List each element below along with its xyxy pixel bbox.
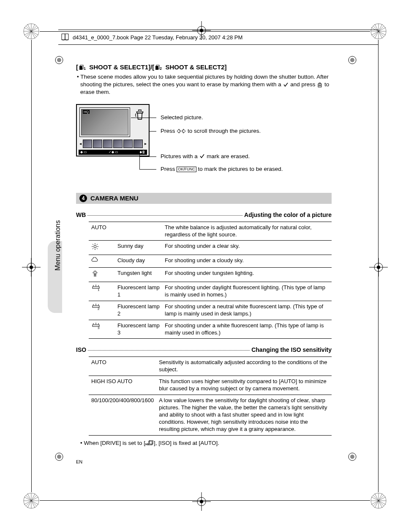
cloud-icon bbox=[91, 257, 100, 263]
table-row: 80/100/200/400/800/1600A low value lower… bbox=[89, 395, 332, 435]
header-text: d4341_e_0000_7.book Page 22 Tuesday, Feb… bbox=[73, 34, 242, 41]
side-tab-label: Menu operations bbox=[54, 220, 62, 271]
dot-icon bbox=[54, 55, 64, 65]
section-number-icon: 4 bbox=[79, 195, 87, 202]
svg-point-59 bbox=[350, 58, 354, 62]
table-row: AUTOThe white balance is adjusted automa… bbox=[89, 222, 332, 241]
lcd-screen: HQ ◂ ▸ ◆ ▭✓◆ ▭◆🗑 bbox=[76, 104, 150, 156]
svg-text:2: 2 bbox=[160, 66, 162, 71]
okfunc-icon: OK/FUNC bbox=[177, 167, 196, 172]
sun-icon bbox=[91, 243, 99, 250]
table-row: Sunny dayFor shooting under a clear sky. bbox=[89, 241, 332, 255]
dot-icon bbox=[347, 452, 357, 462]
svg-line-72 bbox=[93, 244, 93, 245]
dot-icon bbox=[347, 55, 357, 65]
svg-line-80 bbox=[93, 271, 94, 271]
svg-rect-64 bbox=[155, 66, 158, 70]
table-row: Tungsten lightFor shooting under tungste… bbox=[89, 268, 332, 282]
shoot-select-heading: [1 SHOOT & SELECT1]/[2 SHOOT & SELECT2] bbox=[76, 63, 332, 71]
camera-menu-heading: 4 CAMERA MENU bbox=[76, 193, 332, 204]
svg-text:1: 1 bbox=[84, 66, 86, 71]
svg-point-67 bbox=[94, 245, 96, 248]
wb-table: AUTOThe white balance is adjusted automa… bbox=[89, 222, 332, 339]
fluorescent2-icon: 2 bbox=[91, 303, 101, 310]
svg-text:Hi: Hi bbox=[145, 442, 149, 446]
register-mark-icon bbox=[370, 492, 387, 509]
callout-erased: Pictures with a mark are erased. bbox=[161, 153, 250, 159]
hi-burst-icon: Hi bbox=[145, 440, 154, 446]
wb-label: WB bbox=[76, 211, 86, 218]
svg-rect-82 bbox=[94, 274, 96, 275]
shoot-select-desc: • These scene modes allow you to take se… bbox=[80, 73, 332, 96]
table-row: 1Fluorescent lamp 1For shooting under da… bbox=[89, 282, 332, 301]
callout-mark: Press OK/FUNC to mark the pictures to be… bbox=[161, 166, 283, 172]
camera-menu-title: CAMERA MENU bbox=[90, 195, 139, 202]
tungsten-icon bbox=[91, 270, 99, 277]
table-row: AUTOSensitivity is automatically adjuste… bbox=[89, 357, 332, 376]
left-right-icon bbox=[177, 129, 186, 134]
iso-heading: ISO Changing the ISO sensitivity bbox=[76, 346, 332, 353]
iso-label: ISO bbox=[76, 346, 86, 353]
table-row: 3Fluorescent lamp 3For shooting under a … bbox=[89, 320, 332, 339]
table-row: HIGH ISO AUTOThis function uses higher s… bbox=[89, 376, 332, 395]
crosshair-icon bbox=[369, 258, 388, 277]
register-mark-icon bbox=[23, 492, 40, 509]
page-footer: EN bbox=[76, 459, 82, 464]
svg-point-53 bbox=[57, 455, 61, 459]
fluorescent3-icon: 3 bbox=[91, 322, 101, 329]
svg-rect-99 bbox=[149, 441, 152, 445]
checkmark-icon bbox=[283, 82, 289, 88]
svg-line-73 bbox=[97, 248, 98, 249]
crosshair-icon bbox=[192, 492, 211, 511]
shoot-select-diagram: HQ ◂ ▸ ◆ ▭✓◆ ▭◆🗑 Selected picture. Press… bbox=[76, 104, 332, 180]
svg-text:2: 2 bbox=[98, 307, 100, 310]
callout-scroll: Press to scroll through the pictures. bbox=[161, 128, 261, 134]
trash-icon bbox=[135, 109, 144, 120]
svg-line-81 bbox=[96, 271, 97, 271]
wb-desc: Adjusting the color of a picture bbox=[244, 211, 332, 218]
callout-selected-picture: Selected picture. bbox=[161, 114, 203, 121]
wb-heading: WB Adjusting the color of a picture bbox=[76, 211, 332, 218]
framemaker-header: d4341_e_0000_7.book Page 22 Tuesday, Feb… bbox=[58, 30, 378, 45]
dot-icon bbox=[54, 452, 64, 462]
register-mark-icon bbox=[23, 23, 40, 40]
svg-point-76 bbox=[94, 271, 96, 274]
svg-rect-61 bbox=[79, 66, 82, 70]
iso-note: • When [DRIVE] is set to [Hi], [ISO] is … bbox=[80, 440, 332, 446]
svg-line-75 bbox=[93, 248, 93, 249]
svg-point-55 bbox=[350, 455, 354, 459]
book-icon bbox=[61, 33, 70, 41]
fluorescent1-icon: 1 bbox=[91, 284, 101, 291]
burst1-icon: 1 bbox=[79, 65, 87, 71]
svg-text:3: 3 bbox=[98, 326, 100, 329]
svg-rect-100 bbox=[150, 440, 153, 444]
checkmark-icon bbox=[199, 154, 205, 159]
svg-text:1: 1 bbox=[98, 288, 100, 291]
iso-desc: Changing the ISO sensitivity bbox=[251, 346, 332, 353]
table-row: Cloudy dayFor shooting under a cloudy sk… bbox=[89, 255, 332, 268]
table-row: 2Fluorescent lamp 2For shooting under a … bbox=[89, 301, 332, 320]
burst2-icon: 2 bbox=[155, 65, 163, 71]
svg-line-74 bbox=[97, 244, 98, 245]
svg-point-57 bbox=[57, 58, 61, 62]
erase-icon bbox=[317, 82, 323, 88]
iso-table: AUTOSensitivity is automatically adjuste… bbox=[89, 356, 332, 435]
